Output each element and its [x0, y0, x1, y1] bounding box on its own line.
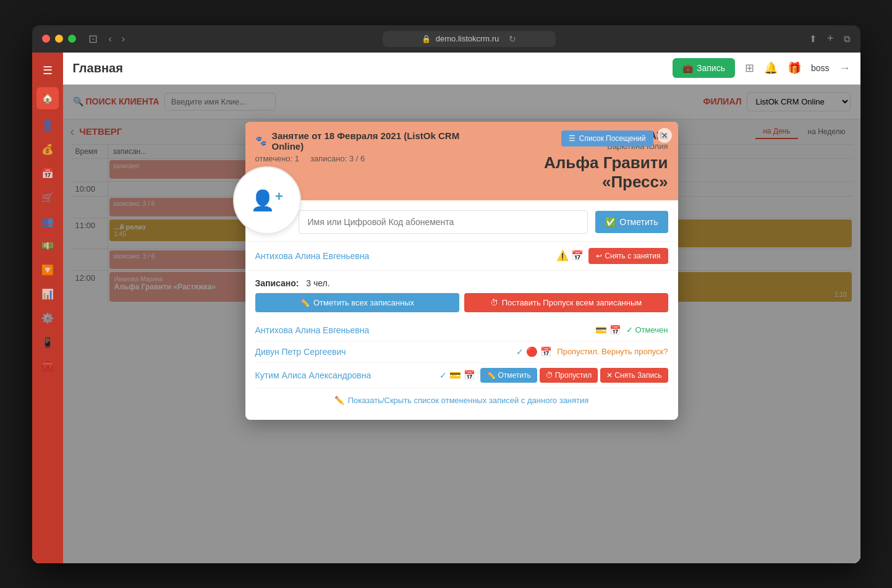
mac-titlebar: ⊡ ‹ › 🔒 demo.listokcrm.ru ↻ ⬆ + ⧉: [32, 25, 860, 53]
client-1-name[interactable]: Антихова Алина Евгеньевна: [255, 325, 595, 335]
calendar-icon-0: 📅: [571, 250, 584, 262]
calendar-icon-3: 📅: [464, 370, 475, 381]
paw-icon: 🐾: [255, 135, 267, 147]
shop-icon: 🛒: [41, 192, 54, 203]
client-name-input[interactable]: [299, 210, 588, 234]
calendar-icon-1: 📅: [610, 325, 621, 336]
mobile-icon: 📱: [41, 336, 54, 348]
card-icon-3: 💳: [449, 370, 461, 381]
check-circle-icon: ✅: [605, 217, 616, 227]
client-1-status: ✓ Отмечен: [626, 325, 668, 334]
person-icon: 👤: [250, 189, 275, 212]
gift-icon[interactable]: 🎁: [788, 61, 801, 75]
client-list-item-3: Кутим Алиса Александровна ✓ 💳 📅 ✏️ Отмет…: [255, 363, 668, 388]
modal-body: Записано: 3 чел. ✏️ Отметить всех записа…: [245, 271, 678, 420]
sidebar-toggle-icon[interactable]: ⊡: [88, 32, 98, 46]
header-actions: 💼 Запись ⊞ 🔔 🎁 boss →: [673, 58, 851, 78]
tabs-icon[interactable]: ⧉: [844, 33, 851, 45]
sidebar-item-staff[interactable]: 👥: [36, 211, 59, 232]
lock-icon: 🔒: [422, 35, 431, 43]
sidebar-item-tools[interactable]: 🧰: [36, 356, 59, 377]
list-icon: ☰: [569, 134, 576, 143]
client-3-remove-btn[interactable]: ✕ Снять Запись: [600, 368, 668, 383]
modal-stats: отмечено: 1 записано: 3 / 6: [255, 154, 483, 163]
client-2-action[interactable]: Пропустил. Вернуть пропуск?: [557, 347, 668, 356]
reload-icon[interactable]: ↻: [509, 34, 516, 44]
sidebar-menu-icon[interactable]: ☰: [38, 59, 57, 82]
add-client-row: 👤 + ✅ Отметить: [245, 200, 678, 242]
sidebar-item-finance[interactable]: 💰: [36, 138, 59, 160]
x-icon: ✕: [606, 371, 613, 380]
sidebar-item-mobile[interactable]: 📱: [36, 331, 59, 353]
bulk-action-row: ✏️ Отметить всех записанных ⏱ Поставить …: [255, 293, 668, 312]
modal-title: 🐾 Занятие от 18 Февраля 2021 (ListOk CRM…: [255, 130, 483, 151]
page-title: Главная: [73, 61, 123, 75]
mac-minimize-btn[interactable]: [55, 35, 63, 43]
remove-icon: ↩: [596, 252, 602, 260]
top-client-name[interactable]: Антихова Алина Евгеньевна: [255, 251, 557, 261]
enrolled-count-row: Записано: 3 чел.: [255, 278, 668, 288]
sidebar-item-shop[interactable]: 🛒: [36, 187, 59, 208]
modal-close-button[interactable]: ✕: [657, 128, 672, 143]
tools-icon: 🧰: [41, 360, 54, 372]
filter-icon: 🔽: [41, 264, 54, 276]
mac-toolbar-left: ⊡ ‹ ›: [88, 32, 129, 46]
settings-icon: ⚙️: [41, 312, 54, 324]
client-3-name[interactable]: Кутим Алиса Александровна: [255, 370, 440, 380]
top-client-item: Антихова Алина Евгеньевна ⚠️ 📅 ↩ Снять с…: [255, 242, 668, 270]
grid-icon[interactable]: ⊞: [745, 61, 754, 75]
address-bar[interactable]: 🔒 demo.listokcrm.ru ↻: [141, 31, 797, 47]
mac-maximize-btn[interactable]: [68, 35, 76, 43]
client-1-icons: 💳 📅: [595, 325, 621, 336]
logout-icon[interactable]: →: [839, 62, 851, 75]
sidebar-item-filter[interactable]: 🔽: [36, 259, 59, 281]
show-cancelled-link[interactable]: ✏️ Показать/Скрыть список отмененных зап…: [255, 388, 668, 412]
calendar-icon-2: 📅: [540, 346, 552, 357]
add-plus-icon: +: [275, 189, 283, 205]
clock-icon: ⏱: [490, 298, 498, 307]
reports-icon: 📊: [41, 288, 54, 300]
add-client-icon-group: 👤 +: [250, 189, 283, 212]
client-list-item-2: Дивун Петр Сергеевич ✓ 🔴 📅 Пропустил. Ве…: [255, 341, 668, 363]
card-icon-1: 💳: [595, 325, 607, 336]
nav-back-icon[interactable]: ‹: [105, 32, 116, 46]
lesson-modal: 🐾 Занятие от 18 Февраля 2021 (ListOk CRM…: [245, 122, 678, 420]
client-2-name[interactable]: Дивун Петр Сергеевич: [255, 347, 517, 357]
share-icon[interactable]: ⬆: [809, 33, 817, 45]
new-tab-icon[interactable]: +: [827, 32, 834, 45]
sidebar-item-home[interactable]: 🏠: [36, 87, 59, 109]
nav-arrows: ‹ ›: [105, 32, 129, 46]
sidebar-item-settings[interactable]: ⚙️: [36, 307, 59, 329]
top-client-icons: ⚠️ 📅: [556, 250, 584, 262]
sidebar-item-schedule[interactable]: 📅: [36, 163, 59, 184]
sidebar-item-clients[interactable]: 👤: [36, 114, 59, 136]
edit-link-icon: ✏️: [334, 396, 344, 405]
clients-icon: 👤: [41, 119, 54, 131]
sidebar-item-reports[interactable]: 📊: [36, 283, 59, 305]
client-3-icons: ✓ 💳 📅: [440, 370, 475, 381]
schedule-icon: 📅: [41, 168, 54, 179]
mac-close-btn[interactable]: [42, 35, 50, 43]
miss-all-button[interactable]: ⏱ Поставить Пропуск всем записанным: [464, 293, 668, 312]
finance-icon: 💰: [41, 143, 54, 155]
client-3-miss-btn[interactable]: ⏱ Пропустил: [540, 368, 598, 383]
checkmark-icon-2: ✓: [516, 347, 524, 357]
mark-button[interactable]: ✅ Отметить: [595, 211, 668, 233]
briefcase-icon: 💼: [682, 63, 693, 73]
remove-from-class-button[interactable]: ↩ Снять с занятия: [588, 248, 668, 264]
new-record-button[interactable]: 💼 Запись: [673, 58, 735, 78]
home-icon: 🏠: [41, 92, 54, 104]
bell-icon[interactable]: 🔔: [764, 61, 778, 75]
attendance-list-button[interactable]: ☰ Список Посещений: [561, 130, 653, 147]
modal-header-left: 🐾 Занятие от 18 Февраля 2021 (ListOk CRM…: [255, 130, 483, 163]
nav-forward-icon[interactable]: ›: [118, 32, 129, 46]
mark-all-button[interactable]: ✏️ Отметить всех записанных: [255, 293, 459, 312]
client-list-item-1: Антихова Алина Евгеньевна 💳 📅 ✓ Отмечен: [255, 320, 668, 341]
client-3-mark-btn[interactable]: ✏️ Отметить: [480, 368, 537, 383]
edit-icon: ✏️: [300, 298, 310, 307]
modal-class-name: Альфа Гравити «Пресс»: [483, 153, 668, 192]
orange-circle-icon: 🔴: [526, 346, 538, 357]
sidebar-item-payments[interactable]: 💵: [36, 235, 59, 257]
client-3-actions: ✏️ Отметить ⏱ Пропустил ✕ Снять Запись: [480, 368, 668, 383]
add-client-circle: 👤 +: [233, 166, 301, 234]
